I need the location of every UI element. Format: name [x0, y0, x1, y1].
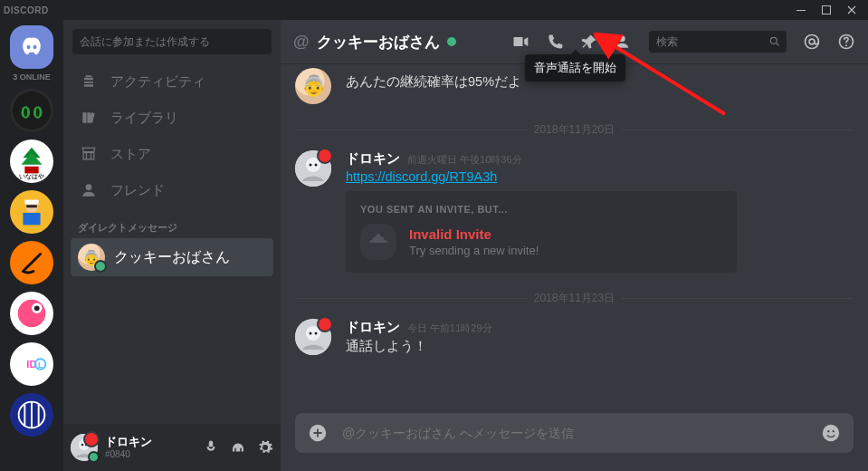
svg-point-40	[315, 164, 318, 167]
brand-wordmark: DISCORD	[4, 5, 49, 15]
attach-icon[interactable]	[308, 423, 328, 443]
dm-item-cookie[interactable]: 👵 クッキーおばさん	[71, 238, 273, 276]
svg-point-5	[24, 108, 27, 117]
search-input[interactable]	[654, 34, 763, 49]
avatar	[295, 319, 331, 355]
message-timestamp: 前週火曜日 午後10時36分	[407, 153, 522, 167]
invite-status: Invalid Invite	[409, 226, 539, 242]
server-item-2[interactable]: いなはや	[10, 139, 53, 183]
mute-icon[interactable]	[203, 439, 219, 456]
voice-call-tooltip: 音声通話を開始	[525, 54, 625, 82]
dm-section-header: ダイレクトメッセージ	[63, 208, 281, 238]
help-icon[interactable]	[837, 33, 855, 51]
message: ドロキン 前週火曜日 午後10時36分 https://discord.gg/R…	[295, 145, 854, 284]
poop-icon	[360, 224, 396, 260]
invite-embed: YOU SENT AN INVITE, BUT... Invalid Invit…	[346, 191, 737, 273]
channel-name: クッキーおばさん	[317, 32, 440, 53]
dm-name: クッキーおばさん	[114, 248, 230, 267]
at-symbol: @	[293, 33, 310, 52]
server-item-7[interactable]	[10, 393, 53, 437]
video-call-icon[interactable]	[511, 33, 529, 51]
add-friend-icon[interactable]	[615, 33, 633, 51]
nav-label: ライブラリ	[110, 110, 178, 127]
svg-point-44	[315, 332, 318, 335]
svg-point-6	[36, 108, 40, 117]
svg-point-33	[806, 35, 819, 49]
svg-point-36	[845, 44, 847, 46]
avatar	[295, 150, 331, 187]
nav-label: ストア	[110, 146, 151, 163]
dm-sidebar: アクティビティ ライブラリ ストア フレンド ダイレクトメッセージ 👵 ク	[63, 20, 281, 471]
message-author[interactable]: ドロキン	[346, 319, 400, 336]
invite-link[interactable]: https://discord.gg/RT9A3h	[346, 169, 497, 184]
svg-point-29	[81, 444, 83, 446]
status-dot	[88, 451, 100, 463]
invite-subtext: Try sending a new invite!	[409, 244, 539, 257]
svg-point-43	[310, 332, 312, 335]
friends-icon	[80, 181, 98, 199]
message-compose	[281, 413, 868, 471]
svg-point-48	[833, 430, 835, 432]
online-count: 3 ONLINE	[13, 72, 51, 82]
app-window: DISCORD 3 ONLINE いなはや	[0, 0, 868, 471]
nav-label: アクティビティ	[110, 73, 205, 91]
status-indicator	[447, 37, 456, 46]
settings-icon[interactable]	[257, 439, 273, 456]
window-controls	[788, 0, 864, 20]
svg-rect-0	[796, 10, 806, 11]
server-item-1[interactable]	[10, 89, 53, 132]
nav-label: フレンド	[110, 182, 165, 199]
library-icon	[80, 109, 98, 127]
svg-point-38	[306, 158, 320, 172]
home-button[interactable]	[10, 25, 53, 69]
emoji-icon[interactable]	[821, 423, 841, 443]
svg-rect-14	[26, 205, 37, 207]
nav-store[interactable]: ストア	[71, 136, 273, 172]
message-author[interactable]: ドロキン	[346, 150, 400, 168]
server-item-6[interactable]: IDL	[10, 342, 53, 386]
server-item-3[interactable]	[10, 190, 53, 234]
invite-title: YOU SENT AN INVITE, BUT...	[360, 204, 722, 215]
message-timestamp: 今日 午前11時29分	[407, 322, 492, 335]
user-panel: ドロキン #0840	[63, 424, 281, 471]
message-text: 通話しよう！	[346, 338, 854, 355]
self-avatar[interactable]	[71, 434, 98, 461]
avatar: 👵	[295, 68, 331, 104]
titlebar: DISCORD	[0, 0, 868, 20]
svg-point-30	[85, 444, 87, 446]
maximize-button[interactable]	[814, 0, 839, 20]
header-search[interactable]	[649, 31, 787, 53]
server-item-4[interactable]	[10, 241, 53, 284]
svg-point-39	[310, 164, 312, 167]
voice-call-icon[interactable]	[546, 33, 564, 51]
chat-main: @ クッキーおばさん	[281, 20, 868, 471]
self-tag: #0840	[105, 449, 152, 459]
svg-point-47	[827, 430, 829, 432]
nav-friends[interactable]: フレンド	[71, 172, 273, 208]
store-icon	[80, 145, 98, 163]
svg-point-2	[13, 91, 51, 130]
minimize-button[interactable]	[788, 0, 814, 20]
message: ドロキン 今日 午前11時29分 通話しよう！	[295, 313, 854, 366]
deafen-icon[interactable]	[230, 439, 246, 456]
status-dot	[94, 260, 107, 273]
svg-point-31	[619, 35, 625, 42]
mentions-icon[interactable]	[803, 33, 821, 51]
svg-point-26	[86, 184, 92, 190]
server-rail: 3 ONLINE いなはや IDL	[0, 20, 63, 471]
pin-icon[interactable]	[580, 33, 598, 51]
message-input[interactable]	[340, 425, 808, 441]
svg-point-28	[79, 439, 90, 450]
svg-rect-1	[823, 6, 831, 14]
nav-activity[interactable]: アクティビティ	[71, 63, 273, 100]
close-button[interactable]	[839, 0, 864, 20]
nav-library[interactable]: ライブラリ	[71, 100, 273, 136]
find-conversation-input[interactable]	[72, 29, 272, 54]
server-item-5[interactable]	[10, 292, 53, 335]
message-list[interactable]: 👵 あんたの継続確率は95%だよ 2018年11月20日 ドロキン 前週火曜日 …	[281, 64, 868, 413]
svg-point-34	[809, 39, 815, 44]
date-separator: 2018年11月23日	[295, 291, 854, 306]
activity-icon	[80, 72, 98, 91]
svg-point-32	[770, 37, 777, 43]
svg-point-46	[823, 425, 839, 441]
